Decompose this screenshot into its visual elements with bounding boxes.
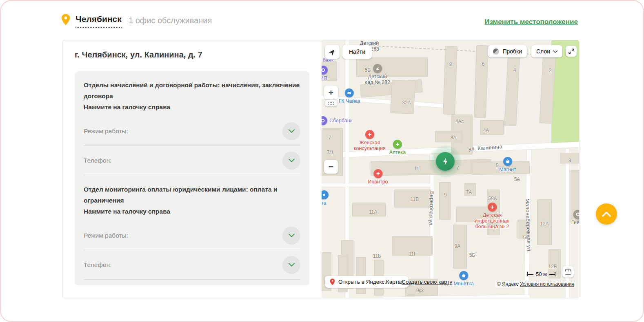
expand-phone-button[interactable] [282, 152, 300, 170]
map-attribution: © Яндекс Условия использования [495, 281, 576, 287]
scale-label: 50 м [536, 271, 547, 277]
geolocation-button[interactable] [325, 45, 340, 59]
expand-schedule-button[interactable] [282, 122, 300, 140]
poi-label-line: инфекционная [475, 218, 509, 224]
house-number-label: 6 [482, 61, 485, 67]
schedule-label: Режим работы: [84, 232, 128, 239]
city-name[interactable]: Челябинск [76, 14, 122, 28]
ruler-dots-icon [328, 102, 334, 105]
fullscreen-icon [568, 49, 574, 54]
poi-mp[interactable]: МП [322, 66, 328, 81]
house-number-label: 7/1 [327, 150, 334, 155]
expand-phone-button[interactable] [282, 256, 300, 274]
terms-link[interactable]: Условия использования [520, 281, 574, 287]
poi-ga-cut[interactable]: га [322, 190, 329, 206]
schedule-label: Режим работы: [84, 128, 128, 135]
traffic-button[interactable]: Пробки [488, 45, 527, 57]
bank-icon [322, 116, 327, 125]
car-icon [345, 88, 354, 97]
house-number-label: 8 [449, 62, 452, 67]
map-building [443, 46, 457, 115]
map-building [356, 257, 366, 294]
house-number-label: 7 [329, 135, 331, 141]
traffic-label: Пробки [502, 48, 522, 55]
poi-label-line: больница № 2 [475, 224, 509, 229]
map-building [435, 131, 462, 142]
layers-button[interactable]: Слои [531, 45, 562, 57]
poi-label-line: Инвитро [368, 179, 388, 185]
house-number-label: 5 [496, 163, 499, 168]
chevron-down-icon [289, 234, 295, 237]
poi-label-line: Детская [475, 212, 509, 218]
zoom-in-button[interactable]: + [324, 86, 338, 99]
poi-monetka[interactable]: Монетка [453, 271, 473, 287]
chevron-up-icon [602, 212, 611, 217]
phone-row: Телефон: [84, 146, 300, 175]
house-number-label: 4 [513, 67, 516, 73]
yandex-map[interactable]: 86425Б32А4Ас4А8А77/1311575А97А58А11В11А1… [322, 40, 579, 298]
section-description: Отделы начислений и договорной работы: н… [84, 79, 300, 101]
measure-button[interactable] [325, 100, 337, 106]
poi-invitro[interactable]: Инвитро [368, 169, 388, 185]
poi-detsad-282[interactable]: Детскийсад № 282 [365, 64, 390, 85]
poi-magnit[interactable]: Магнит [499, 157, 516, 172]
section-hint: Нажмите на галочку справа [84, 101, 300, 112]
office-address: г. Челябинск, ул. Калинина, д. 7 [75, 50, 202, 60]
zoom-out-button[interactable]: − [324, 160, 338, 174]
poi-zhenskaya-konsultatsiya[interactable]: Женскаяконсультация [354, 130, 386, 151]
poi-label-line: Сбербанк [329, 118, 352, 124]
house-number-label: 5Б [469, 252, 475, 258]
ruler-button[interactable] [562, 266, 574, 278]
poi-label-line: ГК Чайка [339, 98, 360, 104]
poi-label-line: консультация [354, 146, 386, 151]
chevron-down-icon [289, 263, 295, 267]
scroll-to-top-button[interactable] [596, 203, 617, 225]
poi-gk-chaika[interactable]: ГК Чайка [339, 88, 360, 104]
poi-label-line: га [322, 200, 326, 206]
phone-row: Телефон: [84, 250, 300, 280]
office-count: 1 офис обслуживания [129, 16, 212, 25]
chevron-down-icon [289, 129, 295, 133]
house-number-label: 58А [488, 196, 497, 201]
open-in-yandex-maps-button[interactable]: Открыть в Яндекс.Картах [325, 276, 409, 288]
schedule-row: Режим работы: [84, 221, 300, 250]
poi-detskaya-infektsionnaya-bolnitsa[interactable]: Детскаяинфекционнаябольница № 2 [475, 203, 509, 229]
poi-apteka[interactable]: Аптека [389, 140, 406, 155]
poi-label-line: Магнит [499, 167, 516, 172]
expand-schedule-button[interactable] [282, 227, 300, 245]
house-number-label: 9к3 [416, 288, 424, 293]
street-label: Береговая ул. [428, 191, 435, 227]
house-number-label: 9 [444, 192, 447, 198]
page: Челябинск 1 офис обслуживания Изменить м… [0, 0, 644, 322]
poi-sberbank[interactable]: Сбербанк [322, 116, 352, 125]
poi-label-line: МП [322, 75, 327, 81]
house-number-label: 4Ас [455, 119, 464, 124]
house-number-label: 11Г [409, 251, 417, 257]
poi-gnezd[interactable]: Гнёзд [571, 210, 579, 225]
house-number-label: 4А [483, 128, 489, 133]
map-scale: 50 м [527, 271, 555, 277]
schedule-row: Режим работы: [84, 117, 300, 146]
house-number-label: 7А [466, 190, 472, 195]
house-number-label: 9А [455, 243, 461, 249]
bank-icon [322, 66, 328, 75]
office-info-box: Отделы начислений и договорной работы: н… [75, 71, 309, 285]
basket-icon [503, 157, 512, 166]
create-your-map-link[interactable]: Создать свою карту [402, 279, 452, 285]
cross-icon [373, 169, 382, 178]
poi-label-line: Аптека [389, 150, 406, 155]
lightning-marker-icon[interactable] [436, 152, 455, 171]
house-number-label: 3 [568, 158, 571, 163]
change-location-link[interactable]: Изменить местоположение [484, 18, 578, 26]
fullscreen-button[interactable] [566, 46, 577, 57]
ruler-icon [565, 269, 571, 275]
cross-icon [488, 203, 497, 212]
poi-label-line: Женская [354, 140, 386, 146]
house-number-label: 32А [402, 100, 411, 106]
poi-label-line: Детский [365, 74, 390, 79]
map-search-button[interactable]: Найти [342, 45, 372, 59]
poi-label-line: сад № 282 [365, 79, 390, 85]
house-number-label: 11Б [373, 253, 381, 259]
phone-label: Телефон: [84, 157, 112, 164]
cross-icon [393, 140, 402, 149]
